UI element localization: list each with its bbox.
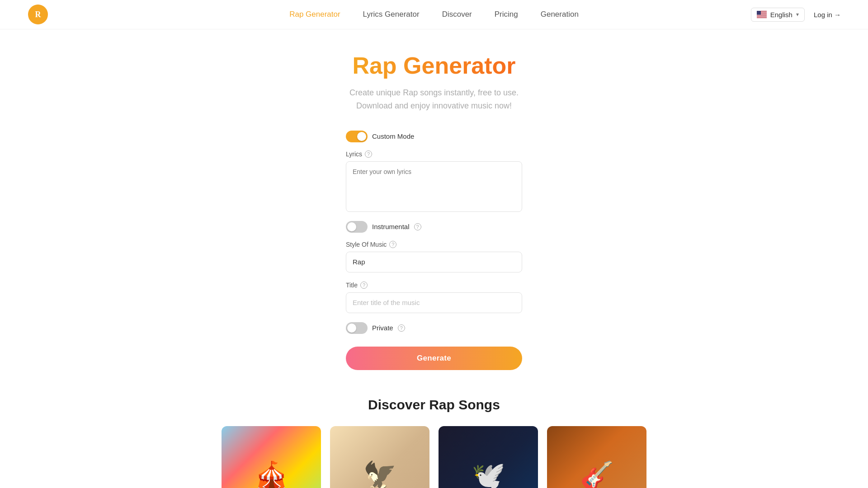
nav-rap-generator[interactable]: Rap Generator xyxy=(289,10,340,19)
card-bg-2 xyxy=(330,426,429,488)
music-card-3[interactable] xyxy=(439,426,538,488)
title-label: Title ? xyxy=(346,282,522,289)
private-label: Private xyxy=(372,324,393,332)
nav-generation[interactable]: Generation xyxy=(541,10,579,19)
style-input[interactable] xyxy=(346,252,522,272)
private-slider xyxy=(346,322,368,334)
music-card-4[interactable] xyxy=(547,426,646,488)
instrumental-toggle[interactable] xyxy=(346,221,368,233)
chevron-down-icon: ▾ xyxy=(796,11,799,18)
page-title: Rap Generator xyxy=(352,52,515,79)
card-bg-3 xyxy=(439,426,538,488)
custom-mode-slider xyxy=(346,131,368,142)
language-label: English xyxy=(770,11,793,19)
header-right: English ▾ Log in → xyxy=(751,8,841,22)
card-bg-4 xyxy=(547,426,646,488)
svg-rect-6 xyxy=(757,15,767,15)
card-art-3 xyxy=(439,426,538,488)
lyrics-help-icon[interactable]: ? xyxy=(365,150,372,158)
custom-mode-toggle[interactable] xyxy=(346,131,368,142)
instrumental-slider xyxy=(346,221,368,233)
nav-discover[interactable]: Discover xyxy=(442,10,472,19)
discover-section: Discover Rap Songs xyxy=(9,397,859,488)
main-content: Rap Generator Create unique Rap songs in… xyxy=(0,29,868,488)
private-row: Private ? xyxy=(346,322,522,334)
title-input[interactable] xyxy=(346,292,522,313)
svg-rect-7 xyxy=(757,16,767,16)
instrumental-row: Instrumental ? xyxy=(346,221,522,233)
instrumental-label: Instrumental xyxy=(372,223,410,230)
login-button[interactable]: Log in → xyxy=(814,11,841,19)
generator-form: Custom Mode Lyrics ? Instrumental ? Styl… xyxy=(346,131,522,370)
page-subtitle: Create unique Rap songs instantly, free … xyxy=(349,86,519,113)
private-toggle[interactable] xyxy=(346,322,368,334)
custom-mode-row: Custom Mode xyxy=(346,131,522,142)
nav-pricing[interactable]: Pricing xyxy=(495,10,518,19)
card-art-2 xyxy=(330,426,429,488)
card-art-4 xyxy=(547,426,646,488)
custom-mode-label: Custom Mode xyxy=(372,132,414,140)
svg-rect-8 xyxy=(757,17,767,18)
nav-lyrics-generator[interactable]: Lyrics Generator xyxy=(363,10,420,19)
music-cards-row xyxy=(9,426,859,488)
style-label: Style Of Music ? xyxy=(346,241,522,248)
style-help-icon[interactable]: ? xyxy=(389,241,396,248)
svg-rect-9 xyxy=(757,11,761,15)
flag-icon xyxy=(757,11,767,18)
title-help-icon[interactable]: ? xyxy=(360,282,368,289)
generate-button[interactable]: Generate xyxy=(346,347,522,370)
header: R Rap Generator Lyrics Generator Discove… xyxy=(0,0,868,29)
logo[interactable]: R xyxy=(27,4,49,25)
main-nav: Rap Generator Lyrics Generator Discover … xyxy=(289,10,579,19)
music-card-1[interactable] xyxy=(222,426,321,488)
card-bg-1 xyxy=(222,426,321,488)
svg-text:R: R xyxy=(35,10,42,19)
language-selector[interactable]: English ▾ xyxy=(751,8,805,22)
discover-title: Discover Rap Songs xyxy=(9,397,859,413)
lyrics-input[interactable] xyxy=(346,161,522,212)
private-help-icon[interactable]: ? xyxy=(398,324,405,332)
music-card-2[interactable] xyxy=(330,426,429,488)
instrumental-help-icon[interactable]: ? xyxy=(414,223,421,230)
lyrics-label: Lyrics ? xyxy=(346,150,522,158)
logo-icon: R xyxy=(27,4,49,25)
card-art-1 xyxy=(222,426,321,488)
